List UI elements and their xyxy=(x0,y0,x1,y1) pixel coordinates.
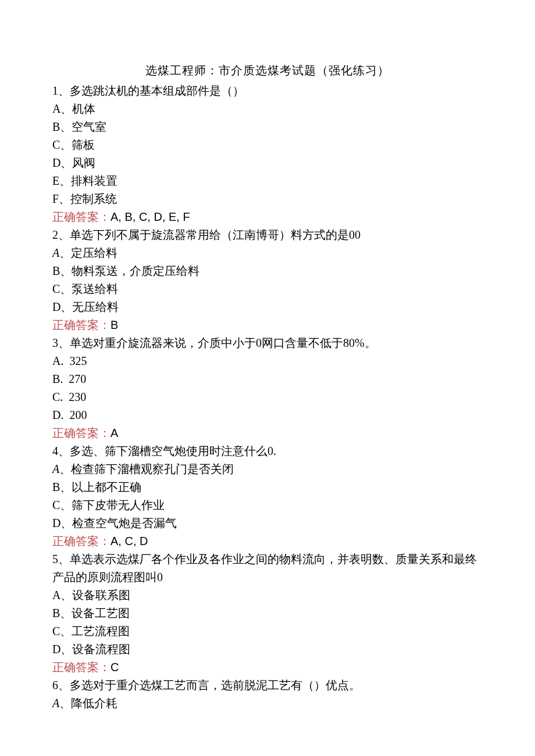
q4-option-a: A、检查筛下溜槽观察孔门是否关闭 xyxy=(52,460,483,478)
q3-option-d: D. 200 xyxy=(52,406,483,424)
q5-answer-label: 正确答案： xyxy=(52,661,110,673)
q2-answer-value: B xyxy=(110,318,118,331)
q3-answer-label: 正确答案： xyxy=(52,427,110,439)
q3-option-c: C. 230 xyxy=(52,388,483,406)
q5-answer-value: C xyxy=(110,661,119,673)
q5-stem: 5、单选表示选煤厂各个作业及各作业之间的物料流向，并表明数、质量关系和最终产品的… xyxy=(52,550,483,586)
q6-option-a: A、降低介耗 xyxy=(52,694,483,712)
q3-option-a: A. 325 xyxy=(52,352,483,370)
q4-answer-value: A, C, D xyxy=(110,535,148,547)
q3-stem: 3、单选对重介旋流器来说，介质中小于0网口含量不低于80%。 xyxy=(52,334,483,352)
q1-answer-label: 正确答案： xyxy=(52,210,110,223)
q4-stem: 4、多选、筛下溜槽空气炮使用时注意什么0. xyxy=(52,442,483,460)
q1-option-c: C、筛板 xyxy=(52,136,483,154)
q1-stem: 1、多选跳汰机的基本组成部件是（） xyxy=(52,82,483,100)
q4-answer-label: 正确答案： xyxy=(52,535,110,547)
q4-option-c: C、筛下皮带无人作业 xyxy=(52,496,483,514)
q3-answer: 正确答案：A xyxy=(52,424,483,442)
q5-option-c: C、工艺流程图 xyxy=(52,622,483,640)
q4-option-b: B、以上都不正确 xyxy=(52,478,483,496)
q5-option-a: A、设备联系图 xyxy=(52,586,483,604)
q2-answer-label: 正确答案： xyxy=(52,318,110,331)
q1-option-e: E、排料装置 xyxy=(52,172,483,190)
q4-option-d: D、检查空气炮是否漏气 xyxy=(52,514,483,532)
q2-stem: 2、单选下列不属于旋流器常用给（江南博哥）料方式的是00 xyxy=(52,226,483,244)
q1-answer: 正确答案：A, B, C, D, E, F xyxy=(52,208,483,226)
q5-answer: 正确答案：C xyxy=(52,658,483,676)
q2-option-c: C、泵送给料 xyxy=(52,280,483,298)
q2-option-a: A、定压给料 xyxy=(52,244,483,262)
q5-option-d: D、设备流程图 xyxy=(52,640,483,658)
document-page: 选煤工程师：市介质选煤考试题（强化练习） 1、多选跳汰机的基本组成部件是（） A… xyxy=(0,0,535,747)
q3-option-b: B. 270 xyxy=(52,370,483,388)
q1-option-d: D、风阀 xyxy=(52,154,483,172)
q4-a-text: 、检查筛下溜槽观察孔门是否关闭 xyxy=(59,463,234,475)
q2-option-d: D、无压给料 xyxy=(52,298,483,316)
q2-a-letter: A xyxy=(52,246,59,259)
q1-option-a: A、机体 xyxy=(52,100,483,118)
q6-stem: 6、多选对于重介选煤工艺而言，选前脱泥工艺有（）优点。 xyxy=(52,676,483,694)
q2-answer: 正确答案：B xyxy=(52,316,483,334)
q4-a-letter: A xyxy=(52,463,59,475)
q1-answer-value: A, B, C, D, E, F xyxy=(110,210,190,223)
q6-a-letter: A xyxy=(52,697,59,710)
q6-a-text: 、降低介耗 xyxy=(59,697,117,710)
page-title: 选煤工程师：市介质选煤考试题（强化练习） xyxy=(52,63,483,78)
q1-option-b: B、空气室 xyxy=(52,118,483,136)
q3-answer-value: A xyxy=(110,427,118,439)
q1-option-f: F、控制系统 xyxy=(52,190,483,208)
q2-option-b: B、物料泵送，介质定压给料 xyxy=(52,262,483,280)
q5-option-b: B、设备工艺图 xyxy=(52,604,483,622)
q2-a-text: 、定压给料 xyxy=(59,246,117,259)
q4-answer: 正确答案：A, C, D xyxy=(52,532,483,550)
